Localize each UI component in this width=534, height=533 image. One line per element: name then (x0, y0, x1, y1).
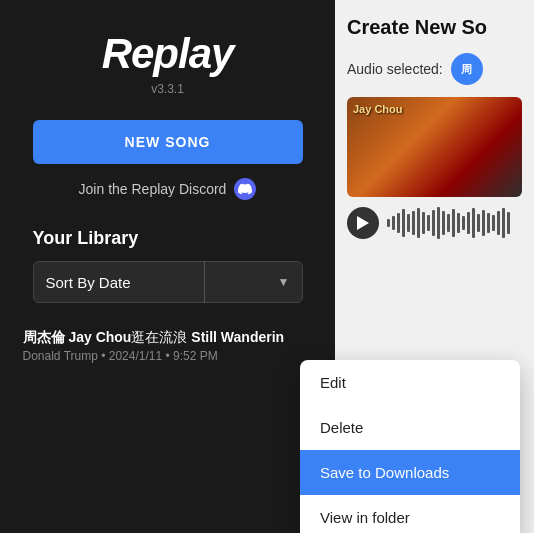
context-menu-item-delete[interactable]: Delete (300, 405, 520, 450)
discord-label: Join the Replay Discord (79, 181, 227, 197)
waveform-bar (387, 219, 390, 227)
context-menu-item-edit[interactable]: Edit (300, 360, 520, 405)
dropdown-divider (204, 261, 205, 303)
song-meta: Donald Trump • 2024/1/11 • 9:52 PM (23, 349, 313, 363)
context-menu: EditDeleteSave to DownloadsView in folde… (300, 360, 520, 533)
context-menu-item-save-to-downloads[interactable]: Save to Downloads (300, 450, 520, 495)
song-title: 周杰倫 Jay Chou逛在流浪 Still Wanderin (23, 329, 313, 347)
song-title-bold: 周杰倫 Jay Chou (23, 329, 132, 345)
waveform-bar (462, 216, 465, 230)
waveform-bar (427, 215, 430, 231)
waveform-bar (402, 209, 405, 237)
audio-selected-label: Audio selected: (347, 61, 443, 77)
album-art: Jay Chou (347, 97, 522, 197)
waveform-bar (417, 208, 420, 238)
right-panel-title: Create New So (347, 16, 522, 39)
waveform-bar (507, 212, 510, 234)
player-row (347, 207, 522, 239)
left-panel: Replay v3.3.1 NEW SONG Join the Replay D… (0, 0, 335, 533)
waveform-bar (437, 207, 440, 239)
discord-link[interactable]: Join the Replay Discord (79, 178, 257, 200)
album-art-text: Jay Chou (353, 103, 403, 115)
waveform-bar (492, 215, 495, 231)
waveform-bar (407, 214, 410, 232)
song-list-item[interactable]: 周杰倫 Jay Chou逛在流浪 Still Wanderin Donald T… (23, 323, 313, 369)
sort-dropdown-text: Sort By Date (46, 274, 131, 291)
discord-icon (234, 178, 256, 200)
waveform-bar (472, 208, 475, 238)
app-logo: Replay (102, 30, 234, 78)
library-title: Your Library (33, 228, 303, 249)
waveform-bar (447, 214, 450, 232)
play-button[interactable] (347, 207, 379, 239)
waveform-bar (422, 212, 425, 234)
context-menu-item-view-in-folder[interactable]: View in folder (300, 495, 520, 533)
waveform-bar (442, 211, 445, 235)
song-title-rest: 逛在流浪 Still Wanderin (131, 329, 284, 345)
waveform-bar (467, 212, 470, 234)
audio-selected-row: Audio selected: 周 (347, 53, 522, 85)
waveform-bar (432, 210, 435, 236)
waveform-bar (457, 213, 460, 233)
waveform-bar (482, 210, 485, 236)
waveform-bar (392, 216, 395, 230)
waveform (387, 207, 522, 239)
waveform-bar (502, 208, 505, 238)
waveform-bar (397, 213, 400, 233)
app-version: v3.3.1 (151, 82, 184, 96)
new-song-button[interactable]: NEW SONG (33, 120, 303, 164)
waveform-bar (487, 213, 490, 233)
waveform-bar (412, 211, 415, 235)
waveform-bar (452, 209, 455, 237)
waveform-bar (497, 211, 500, 235)
audio-badge: 周 (451, 53, 483, 85)
sort-dropdown[interactable]: Sort By Date ▼ (33, 261, 303, 303)
svg-marker-0 (357, 216, 369, 230)
chevron-down-icon: ▼ (278, 275, 290, 289)
waveform-bar (477, 214, 480, 232)
